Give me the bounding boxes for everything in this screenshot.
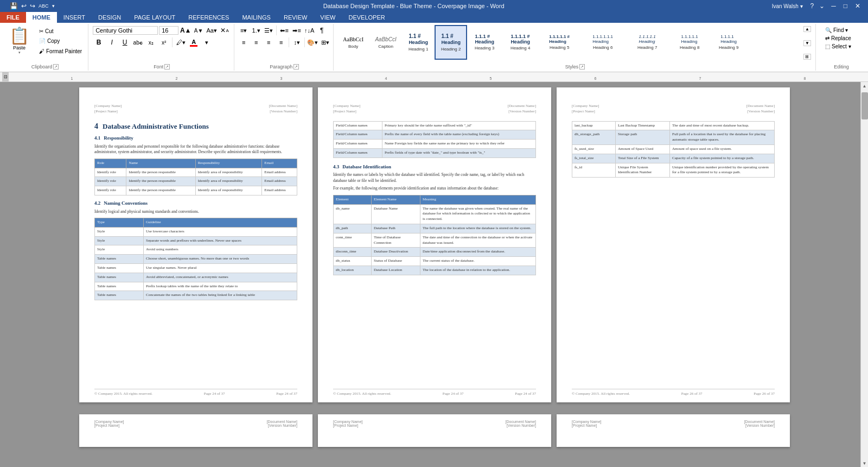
borders-button[interactable]: ⊞▾ (319, 37, 331, 48)
tab-mailings[interactable]: MAILINGS (235, 12, 277, 23)
style-body[interactable]: AaBbCcI Body (337, 25, 369, 60)
tab-insert[interactable]: INSERT (57, 12, 92, 23)
styles-dialog-launcher[interactable]: ↗ (579, 64, 585, 70)
close-button[interactable]: ✕ (852, 2, 864, 10)
shrink-font-button[interactable]: A▼ (193, 25, 205, 36)
styles-scroll-down[interactable]: ▼ (803, 40, 811, 46)
scroll-thumb[interactable] (861, 92, 868, 119)
text-highlight-button[interactable]: 🖊▾ (175, 37, 187, 48)
scroll-down-arrow[interactable]: ▼ (863, 459, 867, 467)
style-h8-preview: 1.1.1.1.1Heading (681, 35, 698, 45)
style-heading6[interactable]: 1.1.1.1.1.1Heading Heading 6 (580, 25, 626, 60)
undo-icon[interactable]: ↩ (20, 2, 28, 10)
table-row: conn_time Time of Database Connection Th… (334, 233, 536, 248)
clear-formatting-button[interactable]: ✕A (219, 25, 231, 36)
format-painter-icon: 🖌 (39, 48, 44, 54)
section42-title-row: 4.2 Naming Conventions (94, 200, 297, 207)
underline-button[interactable]: U (119, 37, 131, 48)
align-right-button[interactable]: ≡ (263, 37, 275, 48)
decrease-indent-button[interactable]: ⬅≡ (278, 25, 290, 36)
show-formatting-button[interactable]: ¶ (316, 25, 328, 36)
font-name-input[interactable] (93, 26, 158, 35)
sort-button[interactable]: ↑↓A (303, 25, 315, 36)
styles-scroll-buttons: ▲ ▼ ⊞ (801, 25, 813, 61)
text-shade-button[interactable]: ▾ (201, 37, 213, 48)
tab-page-layout[interactable]: PAGE LAYOUT (127, 12, 182, 23)
style-heading1[interactable]: 1.1 #Heading Heading 1 (402, 25, 435, 60)
bullets-button[interactable]: ≡▾ (238, 25, 250, 36)
cut-button[interactable]: ✂ Cut (36, 27, 85, 35)
copy-label: Copy (47, 38, 60, 44)
line-spacing-button[interactable]: ↕▾ (291, 37, 303, 48)
user-display[interactable]: Ivan Walsh ▾ (768, 3, 807, 9)
tab-review[interactable]: REVIEW (277, 12, 314, 23)
ruler-corner[interactable]: ⊡ (2, 72, 9, 81)
ribbon-collapse-icon[interactable]: ⌄ (817, 2, 827, 10)
format-painter-button[interactable]: 🖌 Format Painter (36, 47, 85, 55)
paste-button[interactable]: 📋 Paste ▾ (4, 25, 34, 58)
align-left-button[interactable]: ≡ (238, 37, 250, 48)
align-center-button[interactable]: ≡ (250, 37, 262, 48)
style-heading9[interactable]: 1.1.1.1Heading Heading 9 (710, 25, 747, 60)
style-heading5[interactable]: 1.1.1.1.1 #Heading Heading 5 (539, 25, 580, 60)
style-h1-label: Heading 1 (409, 47, 428, 52)
style-caption-preview: AaBbCcI (375, 36, 396, 42)
cut-label: Cut (45, 28, 54, 34)
tab-developer[interactable]: DEVELOPER (342, 12, 391, 23)
custom-qat-icon[interactable]: ▾ (51, 3, 56, 9)
bold-button[interactable]: B (93, 37, 105, 48)
style-heading8[interactable]: 1.1.1.1.1Heading Heading 8 (669, 25, 710, 60)
style-heading4[interactable]: 1.1.1.1 #Heading Heading 4 (502, 25, 539, 60)
grow-font-button[interactable]: A▲ (180, 25, 192, 36)
style-heading7[interactable]: 1.1.1.1.1Heading Heading 7 (626, 25, 669, 60)
numbering-button[interactable]: 1.▾ (250, 25, 262, 36)
justify-button[interactable]: ≡ (275, 37, 287, 48)
increase-indent-button[interactable]: ➡≡ (291, 25, 303, 36)
redo-icon[interactable]: ↪ (29, 2, 36, 10)
clipboard-dialog-launcher[interactable]: ↗ (53, 64, 59, 70)
identify-table: Element Element Name Meaning db_name Dat… (333, 195, 536, 275)
restore-button[interactable]: □ (840, 2, 851, 10)
spellcheck-icon[interactable]: ABC (37, 3, 50, 9)
minimize-button[interactable]: ─ (828, 2, 839, 10)
save-icon[interactable]: 💾 (9, 2, 19, 10)
paragraph-dialog-launcher[interactable]: ↗ (293, 64, 299, 70)
tab-references[interactable]: REFERENCES (182, 12, 235, 23)
subscript-button[interactable]: x₂ (145, 37, 157, 48)
tab-home[interactable]: HOME (26, 12, 57, 23)
tab-view[interactable]: VIEW (314, 12, 342, 23)
style-heading3[interactable]: 1.1.1 #Heading Heading 3 (467, 25, 502, 60)
shading-button[interactable]: 🎨▾ (307, 37, 318, 48)
col-name: Name (126, 159, 195, 168)
superscript-button[interactable]: x² (158, 37, 170, 48)
tab-design[interactable]: DESIGN (92, 12, 127, 23)
multilevel-list-button[interactable]: ☰▾ (263, 25, 275, 36)
style-body-label: Body (348, 44, 358, 49)
table-row: Field/Column names Name Foreign key fiel… (334, 140, 536, 149)
page-4-partial: [Company Name][Project Name] [Document N… (79, 414, 312, 447)
tab-file[interactable]: FILE (0, 12, 26, 23)
style-heading2[interactable]: 1.1 #Heading Heading 2 (435, 25, 467, 60)
select-button[interactable]: ⬚ Select ▾ (821, 42, 861, 51)
find-button[interactable]: 🔍 Find ▾ (821, 26, 861, 34)
italic-button[interactable]: I (106, 37, 118, 48)
table-row: Table names Use singular names. Never pl… (95, 264, 297, 273)
change-case-button[interactable]: Aa▾ (206, 25, 218, 36)
styles-more-button[interactable]: ⊞ (803, 54, 811, 60)
copy-button[interactable]: 📄 Copy (36, 37, 85, 45)
strikethrough-button[interactable]: abc̶ (132, 37, 144, 48)
font-dialog-launcher[interactable]: ↗ (164, 64, 170, 70)
page1-footer-center: Page 24 of 37 (204, 392, 225, 397)
replace-button[interactable]: ⇄ Replace (821, 34, 861, 42)
style-caption[interactable]: AaBbCcI Caption (369, 25, 402, 60)
font-color-button[interactable]: A (188, 37, 200, 48)
scroll-up-arrow[interactable]: ▲ (863, 82, 867, 90)
section41-number: 4.1 (94, 135, 100, 142)
font-size-input[interactable] (159, 26, 178, 35)
font-divider (172, 37, 173, 47)
editing-group: 🔍 Find ▾ ⇄ Replace ⬚ Select ▾ Editing (817, 24, 866, 71)
copy-icon: 📄 (39, 38, 46, 44)
help-icon[interactable]: ? (808, 2, 816, 10)
styles-scroll-up[interactable]: ▲ (803, 26, 811, 32)
editing-group-label: Editing (817, 64, 866, 70)
